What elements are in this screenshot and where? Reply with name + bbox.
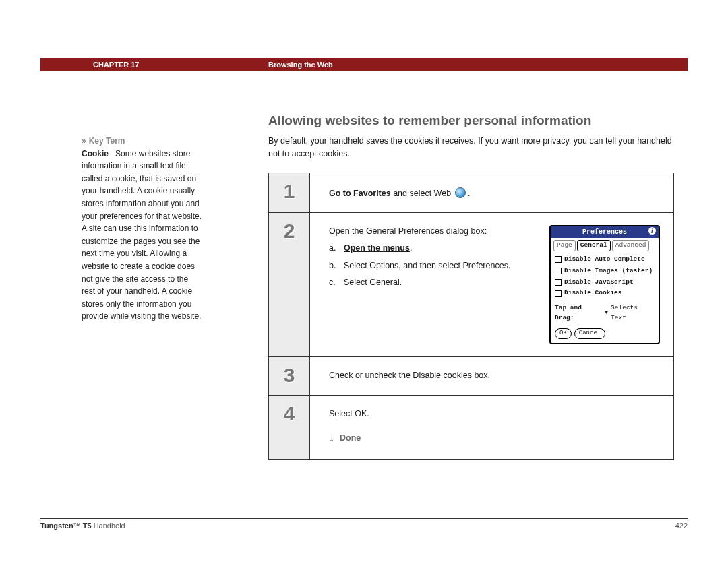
prefs-titlebar: Preferences i xyxy=(551,226,659,239)
step-body: Open the General Preferences dialog box:… xyxy=(310,213,673,356)
down-arrow-icon: ↓ xyxy=(329,430,334,447)
prefs-tap-value: Selects Text xyxy=(611,303,655,323)
step-body: Check or uncheck the Disable cookies box… xyxy=(310,357,673,394)
chapter-header: CHAPTER 17 Browsing the Web xyxy=(40,58,688,71)
prefs-checkbox-row[interactable]: Disable Auto Complete xyxy=(555,254,655,266)
step-number: 3 xyxy=(284,364,295,387)
prefs-tab-advanced[interactable]: Advanced xyxy=(612,240,650,251)
step-row: 1 Go to Favorites and select Web . xyxy=(269,173,673,213)
substep-text: Select Options, and then select Preferen… xyxy=(344,259,510,272)
step-body: Go to Favorites and select Web . xyxy=(310,173,673,212)
key-term-heading: »Key Term xyxy=(82,135,203,148)
info-icon[interactable]: i xyxy=(648,227,656,235)
product-rest: Handheld xyxy=(92,522,125,530)
preferences-dialog: Preferences i Page General Advanced Disa… xyxy=(549,225,660,344)
prefs-tab-general[interactable]: General xyxy=(577,240,611,251)
page-number: 422 xyxy=(675,522,688,530)
prefs-tapdrag-row[interactable]: Tap and Drag: ▼ Selects Text xyxy=(551,302,659,325)
key-term-sidebar: »Key Term Cookie Some websites store inf… xyxy=(82,135,203,323)
checkbox-icon[interactable] xyxy=(555,279,562,286)
step-lead: Open the General Preferences dialog box: xyxy=(329,225,537,238)
key-term-definition: Some websites store information in a sma… xyxy=(82,149,202,321)
steps-box: 1 Go to Favorites and select Web . 2 Ope… xyxy=(268,173,674,460)
product-bold: Tungsten™ T5 xyxy=(40,522,92,530)
substep: c. Select General. xyxy=(329,276,537,289)
step-text: Open the General Preferences dialog box:… xyxy=(329,225,537,344)
intro-text: By default, your handheld saves the cook… xyxy=(268,135,674,160)
prefs-checkbox-row[interactable]: Disable Images (faster) xyxy=(555,266,655,277)
step-number-cell: 3 xyxy=(269,357,310,394)
web-globe-icon xyxy=(455,187,466,198)
substep-suffix: . xyxy=(410,243,412,253)
step-body: Select OK. ↓ Done xyxy=(310,396,673,459)
step-number-cell: 4 xyxy=(269,396,310,459)
step-text: Select OK. ↓ Done xyxy=(329,408,660,447)
step-number: 4 xyxy=(284,402,295,425)
cancel-button[interactable]: Cancel xyxy=(574,328,605,339)
page-heading: Allowing websites to remember personal i… xyxy=(268,113,674,128)
substep-label: a. xyxy=(329,242,338,255)
substep: a. Open the menus. xyxy=(329,242,537,255)
step-text: Check or uncheck the Disable cookies box… xyxy=(329,369,660,382)
prefs-option-label: Disable Auto Complete xyxy=(564,255,645,265)
substep-label: c. xyxy=(329,276,338,289)
key-term-label: Key Term xyxy=(89,136,125,146)
step-number: 2 xyxy=(284,220,295,243)
checkbox-icon[interactable] xyxy=(555,268,562,274)
main-content: Allowing websites to remember personal i… xyxy=(268,113,674,460)
key-term-body: Cookie Some websites store information i… xyxy=(82,148,203,323)
dropdown-icon[interactable]: ▼ xyxy=(605,309,608,317)
done-label: Done xyxy=(340,432,361,445)
step-text: Go to Favorites and select Web . xyxy=(329,185,660,200)
step-number-cell: 2 xyxy=(269,213,310,356)
ok-button[interactable]: OK xyxy=(555,328,572,339)
prefs-option-label: Disable Images (faster) xyxy=(564,266,653,276)
step-row: 3 Check or uncheck the Disable cookies b… xyxy=(269,357,673,395)
step-row: 2 Open the General Preferences dialog bo… xyxy=(269,213,673,357)
substep: b. Select Options, and then select Prefe… xyxy=(329,259,537,272)
open-menus-link[interactable]: Open the menus xyxy=(344,243,410,253)
substep-list: a. Open the menus. b. Select Options, an… xyxy=(329,242,537,289)
chapter-number: CHAPTER 17 xyxy=(93,61,139,69)
substep-label: b. xyxy=(329,259,338,272)
prefs-option-label: Disable JavaScript xyxy=(564,278,634,288)
prefs-tabs: Page General Advanced xyxy=(551,238,659,253)
chapter-title: Browsing the Web xyxy=(268,61,333,69)
prefs-buttons: OK Cancel xyxy=(551,325,659,343)
prefs-title-text: Preferences xyxy=(582,228,627,236)
step-number: 1 xyxy=(284,180,295,203)
step-number-cell: 1 xyxy=(269,173,310,212)
step-plain: Select OK. xyxy=(329,408,660,420)
prefs-checkbox-row[interactable]: Disable JavaScript xyxy=(555,277,655,288)
step-row: 4 Select OK. ↓ Done xyxy=(269,396,673,459)
key-term-word: Cookie xyxy=(82,149,109,158)
chevron-icon: » xyxy=(82,136,85,146)
favorites-link[interactable]: Go to Favorites xyxy=(329,189,391,198)
done-row: ↓ Done xyxy=(329,430,660,447)
page-footer: Tungsten™ T5 Handheld 422 xyxy=(40,518,688,530)
checkbox-icon[interactable] xyxy=(555,290,562,297)
substep-text: Select General. xyxy=(344,276,402,289)
step-rest: and select Web xyxy=(391,189,454,198)
prefs-tab-page[interactable]: Page xyxy=(553,240,576,251)
prefs-options: Disable Auto Complete Disable Images (fa… xyxy=(551,253,659,302)
prefs-option-label: Disable Cookies xyxy=(564,288,622,299)
checkbox-icon[interactable] xyxy=(555,256,562,263)
product-name: Tungsten™ T5 Handheld xyxy=(40,522,125,530)
prefs-tap-label: Tap and Drag: xyxy=(555,303,602,323)
prefs-checkbox-row[interactable]: Disable Cookies xyxy=(555,288,655,299)
